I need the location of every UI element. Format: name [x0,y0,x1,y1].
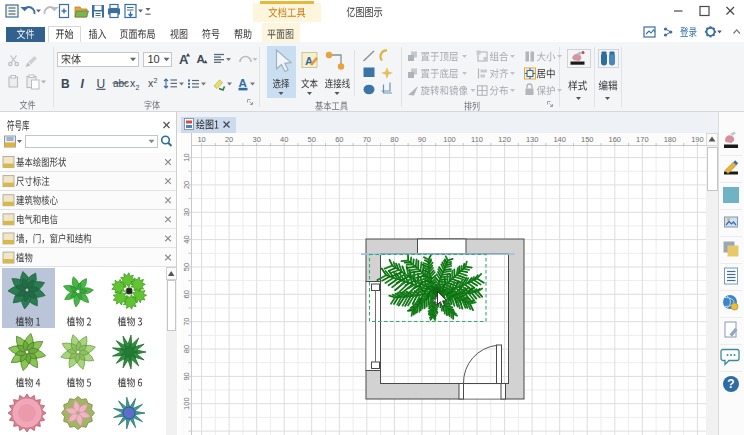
svg-text:150: 150 [581,135,594,144]
svg-text:?: ? [727,377,734,391]
svg-text:110: 110 [471,135,483,144]
svg-text:20: 20 [225,135,233,144]
svg-text:140: 140 [553,135,566,144]
svg-text:2: 2 [154,77,158,84]
svg-text:70: 70 [363,135,371,144]
svg-text:170: 170 [636,135,649,144]
svg-text:40: 40 [280,135,288,144]
svg-text:2: 2 [136,84,140,91]
svg-text:120: 120 [498,135,511,144]
svg-text:10: 10 [197,135,205,144]
svg-text:90: 90 [418,135,426,144]
svg-text:A: A [239,77,247,89]
svg-text:190: 190 [691,135,704,144]
svg-text:B: B [61,77,70,91]
svg-text:100: 100 [443,135,456,144]
svg-text:60: 60 [335,135,343,144]
svg-text:130: 130 [526,135,539,144]
svg-text:160: 160 [609,135,622,144]
svg-text:U: U [97,77,106,91]
svg-text:50: 50 [308,135,316,144]
svg-text:10: 10 [148,53,160,65]
svg-text:30: 30 [252,135,260,144]
svg-text:180: 180 [664,135,677,144]
svg-text:80: 80 [390,135,398,144]
svg-text:I: I [81,77,85,91]
